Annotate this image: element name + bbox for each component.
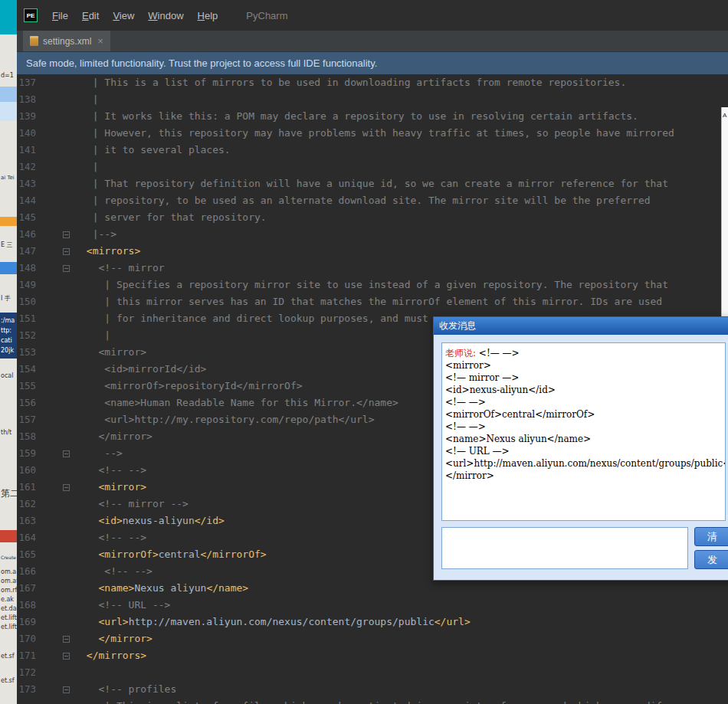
line-number: 142 xyxy=(17,159,36,175)
background-text-fragment: 20jk xyxy=(1,347,14,354)
chat-message-line: <url>http://maven.aliyun.com/nexus/conte… xyxy=(445,457,722,470)
fold-icon[interactable] xyxy=(63,636,70,643)
editor-line[interactable]: 143 | That repository definition will ha… xyxy=(17,175,728,192)
editor-line[interactable]: 168 <!-- URL --> xyxy=(17,597,728,614)
code-text: <mirror> xyxy=(80,344,146,361)
editor-line[interactable]: 137 | This is a list of mirrors to be us… xyxy=(17,74,728,91)
code-text: </mirror> xyxy=(80,428,152,445)
code-text: | xyxy=(80,91,98,108)
line-number: 153 xyxy=(17,344,36,361)
code-text: --> xyxy=(80,445,123,462)
editor-line[interactable]: 171 </mirrors> xyxy=(17,647,728,664)
code-text: </mirror> xyxy=(80,630,152,647)
code-text: <name>Human Readable Name for this Mirro… xyxy=(80,395,398,411)
background-text-fragment: et.sf xyxy=(1,677,15,684)
menu-window[interactable]: Window xyxy=(141,7,190,25)
code-text: | xyxy=(80,159,98,175)
code-text: | It works like this: a POM may declare … xyxy=(80,108,638,125)
background-block xyxy=(0,530,17,542)
code-text: <mirrorOf>central</mirrorOf> xyxy=(80,546,267,563)
background-text-fragment: :/ma xyxy=(1,317,15,324)
send-button[interactable]: 发 xyxy=(694,550,728,569)
editor-line[interactable]: 146 |--> xyxy=(17,226,728,243)
menu-file[interactable]: File xyxy=(45,7,75,25)
tab-label: settings.xml xyxy=(43,36,91,47)
line-number: 160 xyxy=(17,462,36,479)
tab-close-icon[interactable]: × xyxy=(97,36,103,46)
tab-settings-xml[interactable]: settings.xml × xyxy=(23,31,110,51)
menu-view[interactable]: View xyxy=(106,7,141,25)
code-text: | This is a list of profiles which can b… xyxy=(80,698,668,704)
background-text-fragment: om.a xyxy=(1,568,16,575)
editor-line[interactable]: | This is a list of profiles which can b… xyxy=(17,698,728,704)
safe-mode-banner-text: Safe mode, limited functionality. Trust … xyxy=(26,57,377,69)
code-text: | However, this repository may have prob… xyxy=(80,125,674,142)
editor-line[interactable]: 149 | Specifies a repository mirror site… xyxy=(17,277,728,293)
line-number: 172 xyxy=(17,664,36,681)
safe-mode-banner[interactable]: Safe mode, limited functionality. Trust … xyxy=(17,52,728,74)
code-text: | repository, to be used as an alternate… xyxy=(80,192,651,209)
chat-message-area[interactable]: 老师说: <!— —><mirror><!— mirror —><id>nexu… xyxy=(441,342,726,521)
code-text: <!-- mirror xyxy=(80,260,165,277)
chat-input[interactable] xyxy=(441,527,688,569)
line-number: 154 xyxy=(17,361,36,378)
editor-line[interactable]: 172 xyxy=(17,664,728,681)
line-number: 155 xyxy=(17,378,36,395)
editor-line[interactable]: 142 | xyxy=(17,159,728,175)
line-number: 151 xyxy=(17,310,36,327)
code-text: | server for that repository. xyxy=(80,209,267,226)
editor-line[interactable]: 150 | this mirror serves has an ID that … xyxy=(17,293,728,310)
background-text-fragment: A xyxy=(723,112,726,119)
line-number: 171 xyxy=(17,647,36,664)
line-number: 166 xyxy=(17,563,36,580)
line-number: 150 xyxy=(17,293,36,310)
code-text: <url>http://my.repository.com/repo/path<… xyxy=(80,411,375,428)
clear-button[interactable]: 清 xyxy=(694,527,728,546)
fold-icon[interactable] xyxy=(63,248,70,255)
fold-icon[interactable] xyxy=(63,653,70,660)
chat-titlebar[interactable]: 收发消息 xyxy=(434,317,728,335)
chat-message-line: <mirrorOf>central</mirrorOf> xyxy=(445,408,722,421)
editor-line[interactable]: 140 | However, this repository may have … xyxy=(17,125,728,142)
chat-message-line: <!— mirror —> xyxy=(445,372,722,384)
editor-line[interactable]: 139 | It works like this: a POM may decl… xyxy=(17,108,728,125)
editor-line[interactable]: 167 <name>Nexus aliyun</name> xyxy=(17,580,728,597)
fold-icon[interactable] xyxy=(63,231,70,238)
code-text: | this mirror serves has an ID that matc… xyxy=(80,293,662,310)
line-number: 167 xyxy=(17,580,36,597)
line-number: 147 xyxy=(17,243,36,260)
line-number: 170 xyxy=(17,630,36,647)
editor-line[interactable]: 169 <url>http://maven.aliyun.com/nexus/c… xyxy=(17,614,728,630)
editor-line[interactable]: 173 <!-- profiles xyxy=(17,681,728,698)
code-text: | This is a list of mirrors to be used i… xyxy=(80,74,626,91)
line-number: 169 xyxy=(17,614,36,630)
menu-help[interactable]: Help xyxy=(191,7,225,25)
line-number: 149 xyxy=(17,277,36,293)
code-text: <!-- profiles xyxy=(80,681,176,698)
fold-icon[interactable] xyxy=(63,484,70,491)
editor-line[interactable]: 147 <mirrors> xyxy=(17,243,728,260)
background-text-fragment: et.da xyxy=(1,605,17,612)
fold-icon[interactable] xyxy=(63,450,70,457)
fold-icon[interactable] xyxy=(63,686,70,693)
editor-line[interactable]: 148 <!-- mirror xyxy=(17,260,728,277)
editor-line[interactable]: 141 | it to several places. xyxy=(17,142,728,159)
line-number: 137 xyxy=(17,74,36,91)
background-text-fragment: om.at xyxy=(1,578,17,584)
editor-line[interactable]: 170 </mirror> xyxy=(17,630,728,647)
editor-line[interactable]: 144 | repository, to be used as an alter… xyxy=(17,192,728,209)
code-text: <!-- --> xyxy=(80,529,146,546)
editor-line[interactable]: 138 | xyxy=(17,91,728,108)
editor-line[interactable]: 145 | server for that repository. xyxy=(17,209,728,226)
line-number: 148 xyxy=(17,260,36,277)
menu-edit[interactable]: Edit xyxy=(75,7,106,25)
fold-icon[interactable] xyxy=(63,265,70,272)
xml-file-icon xyxy=(30,36,38,46)
background-text-fragment: ai Tei xyxy=(1,175,15,181)
pycharm-logo-icon[interactable]: PE xyxy=(24,8,38,22)
line-number: 146 xyxy=(17,226,36,243)
background-text-fragment: cati xyxy=(1,337,12,344)
code-text: | That repository definition will have a… xyxy=(80,175,668,192)
line-number: 161 xyxy=(17,479,36,496)
code-text: <!-- URL --> xyxy=(80,597,170,614)
